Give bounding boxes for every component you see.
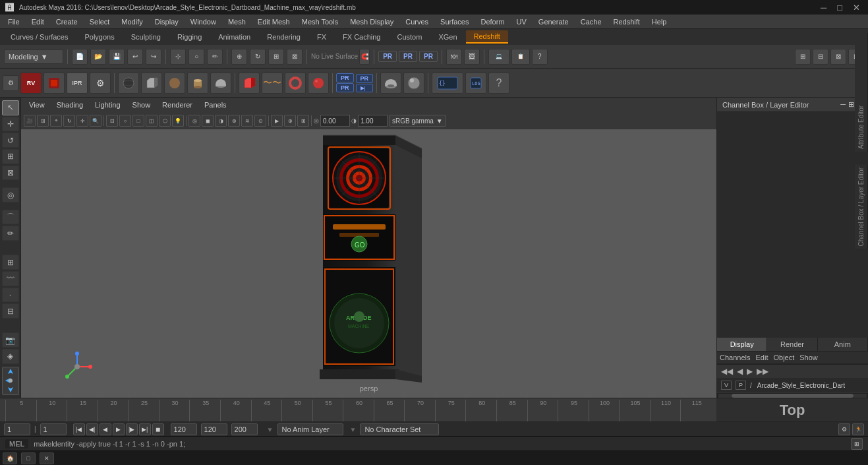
shelf-settings-button[interactable]: ⚙ bbox=[3, 75, 18, 91]
scale-tool[interactable]: ⊞ bbox=[2, 149, 19, 164]
render-view-button[interactable]: 🖼 bbox=[464, 49, 480, 65]
menu-deform[interactable]: Deform bbox=[475, 16, 509, 27]
universal-manipulator-button[interactable]: ⊠ bbox=[287, 49, 303, 65]
vp-bounding-icon[interactable]: ◫ bbox=[146, 115, 158, 127]
go-to-end-button[interactable]: ▶| bbox=[139, 423, 151, 435]
shelf-icon-dome[interactable] bbox=[210, 73, 231, 94]
menu-create[interactable]: Create bbox=[51, 16, 83, 27]
snap-view-button[interactable]: ⊟ bbox=[2, 303, 19, 319]
shelf-pr-2-top[interactable]: PR bbox=[356, 74, 374, 83]
vp-menu-shading[interactable]: Shading bbox=[51, 100, 88, 110]
menu-file[interactable]: File bbox=[3, 16, 25, 27]
menu-window[interactable]: Window bbox=[185, 16, 221, 27]
save-scene-button[interactable]: 💾 bbox=[109, 49, 125, 65]
layer-first-button[interactable]: ◀◀ bbox=[721, 367, 733, 376]
soft-select-tool[interactable]: ◎ bbox=[2, 187, 19, 202]
workspace-button[interactable] bbox=[2, 367, 19, 395]
modeling-dropdown[interactable]: Modeling ▼ bbox=[4, 49, 63, 64]
vp-view-icon[interactable]: ⊞ bbox=[37, 115, 49, 127]
tab-sculpting[interactable]: Sculpting bbox=[123, 31, 169, 43]
go-to-start-button[interactable]: |◀ bbox=[73, 423, 85, 435]
menu-uv[interactable]: UV bbox=[511, 16, 532, 27]
rotate-button[interactable]: ↻ bbox=[250, 49, 266, 65]
channel-box-expand[interactable]: ⊞ bbox=[848, 100, 854, 109]
vp-xray-icon[interactable]: ◎ bbox=[188, 115, 200, 127]
tab-redshift[interactable]: Redshift bbox=[466, 30, 508, 44]
lasso-button[interactable]: ○ bbox=[188, 49, 204, 65]
animation-settings-button[interactable]: 🏃 bbox=[852, 423, 864, 435]
vp-menu-renderer[interactable]: Renderer bbox=[157, 100, 198, 110]
vp-grid-icon[interactable]: ⊞ bbox=[297, 115, 309, 127]
anim-layer-field[interactable]: No Anim Layer bbox=[277, 423, 343, 435]
menu-edit-mesh[interactable]: Edit Mesh bbox=[252, 16, 295, 27]
play-forward-button[interactable]: ▶ bbox=[113, 423, 125, 435]
shelf-icon-dish[interactable] bbox=[380, 73, 401, 94]
taskbar-home-button[interactable]: 🏠 bbox=[3, 452, 17, 464]
tab-polygons[interactable]: Polygons bbox=[76, 31, 122, 43]
tab-rigging[interactable]: Rigging bbox=[169, 31, 210, 43]
stop-button[interactable]: ◼ bbox=[152, 423, 164, 435]
menu-select[interactable]: Select bbox=[84, 16, 115, 27]
shelf-icon-question[interactable]: ? bbox=[488, 73, 509, 94]
shelf-pr-bottom[interactable]: PR bbox=[336, 83, 354, 92]
panel-layout-2[interactable]: ⊟ bbox=[813, 49, 828, 65]
shelf-icon-cube[interactable] bbox=[141, 73, 162, 94]
paint-select-tool[interactable]: ✏ bbox=[2, 226, 19, 241]
shelf-icon-rv[interactable]: RV bbox=[20, 73, 42, 94]
taskbar-minimize-button[interactable]: □ bbox=[21, 452, 36, 464]
character-set-field[interactable]: No Character Set bbox=[360, 423, 439, 435]
layer-prev-button[interactable]: ◀ bbox=[737, 367, 743, 376]
paint-button[interactable]: ✏ bbox=[207, 49, 223, 65]
layer-visibility-v[interactable]: V bbox=[721, 381, 732, 390]
log-button[interactable]: 📋 bbox=[511, 49, 530, 65]
vp-flat-icon[interactable]: □ bbox=[132, 115, 144, 127]
status-bar-options[interactable]: ⊞ bbox=[851, 438, 863, 450]
tab-fx-caching[interactable]: FX Caching bbox=[335, 31, 388, 43]
menu-modify[interactable]: Modify bbox=[116, 16, 148, 27]
pr-button-2[interactable]: PR bbox=[399, 51, 417, 62]
pr-button-3[interactable]: PR bbox=[419, 51, 438, 62]
vp-normal-icon[interactable]: ⬡ bbox=[159, 115, 171, 127]
tab-display[interactable]: Display bbox=[717, 338, 767, 351]
menu-surfaces[interactable]: Surfaces bbox=[435, 16, 474, 27]
exposure-input[interactable] bbox=[320, 115, 350, 127]
snap-point-button[interactable]: · bbox=[2, 288, 19, 303]
shelf-icon-ipr[interactable]: IPR bbox=[67, 73, 88, 94]
vp-playblast-icon[interactable]: ▶ bbox=[271, 115, 283, 127]
vp-ao-icon[interactable]: ⊛ bbox=[228, 115, 240, 127]
tab-anim[interactable]: Anim bbox=[818, 338, 868, 351]
vp-smooth-icon[interactable]: ○ bbox=[119, 115, 131, 127]
current-frame-field[interactable]: 1 bbox=[4, 423, 30, 435]
menu-mesh[interactable]: Mesh bbox=[223, 16, 251, 27]
shelf-icon-material-ball[interactable] bbox=[403, 73, 424, 94]
shelf-icon-sphere-brown[interactable] bbox=[164, 73, 185, 94]
tab-render[interactable]: Render bbox=[767, 338, 817, 351]
total-end-field[interactable]: 200 bbox=[231, 423, 258, 435]
tab-animation[interactable]: Animation bbox=[210, 31, 258, 43]
3d-viewport[interactable]: GO ARCADE MACHINE bbox=[21, 129, 716, 378]
taskbar-close-button[interactable]: ✕ bbox=[40, 452, 54, 464]
vp-tumble-icon[interactable]: ↻ bbox=[63, 115, 75, 127]
vp-shadows-icon[interactable]: ◑ bbox=[215, 115, 227, 127]
translate-button[interactable]: ⊕ bbox=[231, 49, 247, 65]
lasso-tool[interactable]: ⌒ bbox=[2, 210, 19, 225]
status-command-text[interactable]: makeldentity -apply true -t 1 -r 1 -s 1 … bbox=[34, 440, 846, 448]
step-forward-button[interactable]: |▶ bbox=[126, 423, 138, 435]
timeline-ruler[interactable]: 5 10 15 20 25 30 35 40 45 50 55 60 65 70… bbox=[0, 398, 716, 421]
magnet-button[interactable]: 🧲 bbox=[359, 49, 370, 65]
panel-layout-1[interactable]: ⊞ bbox=[795, 49, 811, 65]
anim-end-field[interactable]: 120 bbox=[201, 423, 227, 435]
vp-menu-view[interactable]: View bbox=[24, 100, 50, 110]
snap-curve-button[interactable]: 〰 bbox=[2, 271, 19, 286]
step-back-button[interactable]: ◀| bbox=[86, 423, 98, 435]
layer-name[interactable]: Arcade_Style_Electronic_Dart bbox=[757, 382, 845, 389]
ch-layers[interactable]: Channels bbox=[720, 354, 750, 361]
vp-menu-show[interactable]: Show bbox=[127, 100, 156, 110]
menu-cache[interactable]: Cache bbox=[575, 16, 607, 27]
range-start-field[interactable]: 1 bbox=[40, 423, 67, 435]
menu-curves[interactable]: Curves bbox=[400, 16, 434, 27]
layer-scrollbar[interactable] bbox=[717, 392, 868, 398]
tab-curves-surfaces[interactable]: Curves / Surfaces bbox=[3, 31, 76, 43]
shelf-icon-sphere-red[interactable] bbox=[308, 73, 329, 94]
minimize-button[interactable]: ─ bbox=[818, 3, 829, 13]
